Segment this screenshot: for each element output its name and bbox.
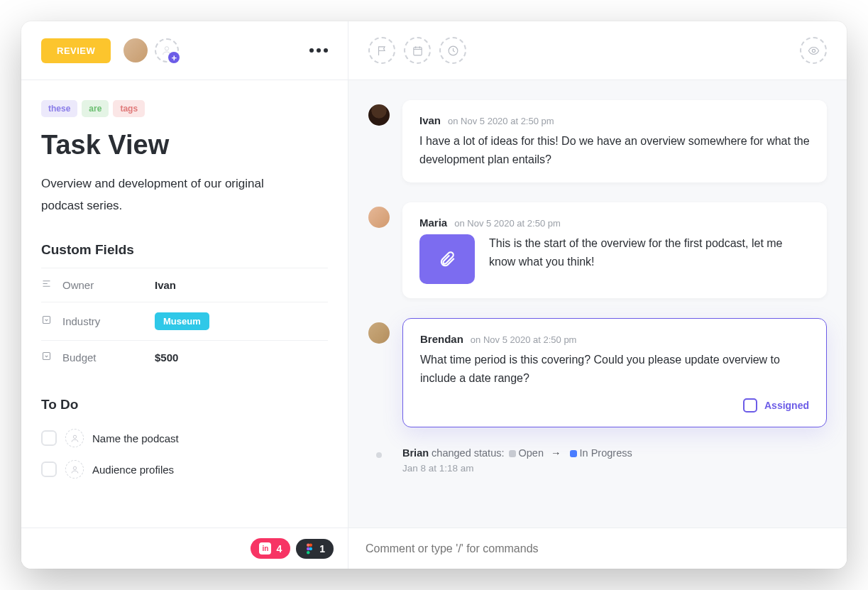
field-value: Ivan — [155, 279, 176, 291]
status-progress-icon — [570, 450, 577, 457]
field-industry[interactable]: Industry Museum — [41, 302, 328, 340]
plus-icon: + — [168, 52, 180, 63]
invision-badge[interactable]: in 4 — [251, 538, 290, 559]
eye-icon — [808, 45, 820, 57]
comment-time: on Nov 5 2020 at 2:50 pm — [454, 218, 561, 229]
custom-fields-heading: Custom Fields — [41, 242, 328, 258]
body: these are tags Task View Overview and de… — [21, 80, 847, 528]
svg-rect-5 — [43, 353, 50, 360]
activity-time: Jan 8 at 1:18 am — [402, 463, 632, 474]
comment: Ivan on Nov 5 2020 at 2:50 pm I have a l… — [368, 100, 827, 182]
comment-body: What time period is this covering? Could… — [420, 351, 809, 387]
dropdown-icon — [41, 351, 53, 364]
comment-author: Brendan — [420, 333, 463, 345]
checkbox[interactable] — [743, 398, 757, 413]
status-open-icon — [509, 450, 516, 457]
assignee-avatar[interactable] — [123, 38, 148, 62]
svg-rect-1 — [413, 47, 421, 55]
svg-point-11 — [309, 547, 312, 550]
add-assignee-button[interactable]: + — [155, 38, 179, 62]
assigned-toggle[interactable]: Assigned — [420, 398, 809, 413]
invision-icon: in — [259, 542, 271, 555]
figma-icon — [304, 543, 314, 555]
more-menu-button[interactable] — [309, 48, 328, 53]
activity-text: Brian changed status: Open → In Progress — [402, 447, 632, 459]
attachment[interactable] — [419, 234, 475, 284]
field-label: Owner — [62, 279, 155, 291]
activity-dot-icon — [376, 452, 382, 458]
header: REVIEW + — [21, 21, 847, 80]
time-button[interactable] — [439, 37, 466, 64]
field-label: Budget — [62, 351, 155, 364]
comment-author: Maria — [419, 217, 447, 229]
activity-item: Brian changed status: Open → In Progress… — [368, 447, 827, 474]
todo-section: To Do Name the podcast Audience profiles — [41, 397, 328, 485]
status-button[interactable]: REVIEW — [41, 38, 111, 63]
comment-body: I have a lot of ideas for this! Do we ha… — [419, 132, 810, 168]
todo-assignee-button[interactable] — [65, 429, 84, 447]
clock-icon — [447, 45, 459, 57]
svg-point-7 — [73, 466, 76, 469]
footer-left: in 4 1 — [21, 528, 348, 569]
task-details: these are tags Task View Overview and de… — [21, 80, 348, 528]
tag[interactable]: tags — [113, 100, 145, 117]
assigned-label: Assigned — [764, 400, 809, 411]
comment-time: on Nov 5 2020 at 2:50 pm — [448, 116, 554, 126]
checkbox[interactable] — [41, 461, 57, 477]
svg-point-9 — [309, 543, 312, 546]
comment-feed: Ivan on Nov 5 2020 at 2:50 pm I have a l… — [348, 80, 847, 528]
comment-bubble[interactable]: Maria on Nov 5 2020 at 2:50 pm This is t… — [402, 202, 827, 298]
svg-point-6 — [73, 435, 76, 438]
comment-avatar[interactable] — [368, 322, 390, 344]
svg-point-0 — [165, 47, 169, 50]
figma-badge[interactable]: 1 — [296, 539, 334, 559]
footer-right — [348, 528, 847, 569]
svg-point-3 — [812, 49, 815, 52]
user-icon — [70, 434, 79, 443]
field-owner[interactable]: Owner Ivan — [41, 268, 328, 302]
field-label: Industry — [62, 315, 155, 327]
date-button[interactable] — [404, 37, 431, 64]
todo-text: Name the podcast — [92, 432, 179, 444]
todo-item[interactable]: Name the podcast — [41, 422, 328, 454]
tag[interactable]: these — [41, 100, 77, 117]
comment-avatar[interactable] — [368, 207, 390, 228]
figma-count: 1 — [319, 543, 325, 555]
footer: in 4 1 — [21, 528, 847, 569]
comment-time: on Nov 5 2020 at 2:50 pm — [471, 334, 577, 345]
watch-button[interactable] — [800, 37, 827, 64]
task-description[interactable]: Overview and development of our original… — [41, 173, 297, 217]
comment-avatar[interactable] — [368, 104, 390, 126]
tags: these are tags — [41, 100, 328, 117]
header-left: REVIEW + — [21, 21, 348, 80]
comment-input[interactable] — [366, 542, 830, 555]
flag-icon — [376, 45, 388, 57]
dropdown-icon — [41, 315, 53, 328]
tag[interactable]: are — [82, 100, 109, 117]
user-icon — [70, 465, 79, 474]
field-value-pill: Museum — [155, 312, 209, 330]
calendar-icon — [412, 45, 424, 57]
header-right — [348, 21, 847, 80]
todo-heading: To Do — [41, 397, 328, 413]
todo-item[interactable]: Audience profiles — [41, 454, 328, 485]
arrow-icon: → — [551, 447, 561, 459]
field-value: $500 — [155, 351, 178, 364]
task-title[interactable]: Task View — [41, 130, 328, 160]
comment-author: Ivan — [419, 114, 441, 126]
comment-body: This is the start of the overview for th… — [489, 234, 810, 271]
paperclip-icon — [438, 250, 456, 268]
svg-rect-4 — [43, 317, 50, 324]
checkbox[interactable] — [41, 430, 57, 446]
comment-assigned: Brendan on Nov 5 2020 at 2:50 pm What ti… — [368, 318, 827, 427]
comment: Maria on Nov 5 2020 at 2:50 pm This is t… — [368, 202, 827, 298]
comment-bubble[interactable]: Brendan on Nov 5 2020 at 2:50 pm What ti… — [402, 318, 827, 427]
todo-text: Audience profiles — [92, 464, 174, 476]
comment-bubble[interactable]: Ivan on Nov 5 2020 at 2:50 pm I have a l… — [402, 100, 827, 182]
svg-point-12 — [307, 551, 309, 554]
todo-assignee-button[interactable] — [65, 460, 84, 479]
task-window: REVIEW + these are tags Task View Overvi… — [21, 21, 847, 569]
priority-button[interactable] — [368, 37, 395, 64]
field-budget[interactable]: Budget $500 — [41, 340, 328, 374]
activity-panel: Ivan on Nov 5 2020 at 2:50 pm I have a l… — [348, 80, 847, 528]
